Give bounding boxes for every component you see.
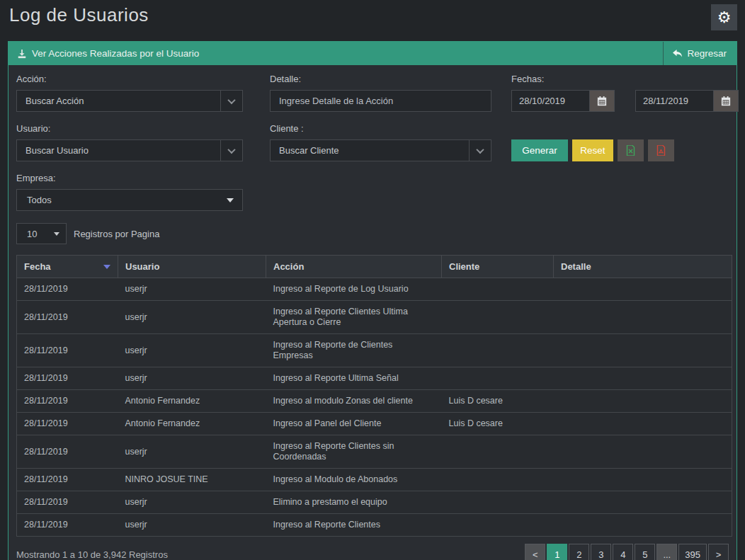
pdf-file-icon — [656, 145, 666, 156]
records-summary: Mostrando 1 a 10 de 3,942 Registros — [16, 549, 168, 560]
chevron-down-icon — [469, 140, 491, 161]
pagesize-row: 10 Registros por Pagina — [16, 223, 729, 244]
reset-button[interactable]: Reset — [572, 139, 613, 161]
table-row[interactable]: 28/11/2019 userjr Elimino a prestamo el … — [17, 491, 732, 514]
export-pdf-button[interactable] — [648, 139, 674, 161]
page-title: Log de Usuarios — [9, 4, 149, 26]
page-button->[interactable]: > — [708, 544, 729, 560]
table-row[interactable]: 28/11/2019 userjr Ingreso al Reporte Cli… — [17, 301, 732, 334]
calendar-from-button[interactable] — [589, 90, 615, 112]
log-table: Fecha Usuario Acción Cliente Detalle 28/… — [16, 255, 732, 537]
page-button-2[interactable]: 2 — [569, 544, 589, 560]
page-button-4[interactable]: 4 — [613, 544, 633, 560]
field-fechas: Fechas: — [511, 74, 737, 112]
date-to-input[interactable] — [635, 90, 713, 112]
table-row[interactable]: 28/11/2019 Antonio Fernandez Ingreso al … — [17, 390, 732, 413]
page-button-5[interactable]: 5 — [635, 544, 655, 560]
panel-title: Ver Acciones Realizadas por el Usuario — [32, 48, 199, 59]
filters: Acción: Buscar Acción Detalle: Fechas: — [16, 74, 729, 222]
download-icon — [17, 49, 27, 59]
chevron-down-icon — [220, 91, 242, 111]
field-accion: Acción: Buscar Acción — [16, 74, 250, 112]
table-row[interactable]: 28/11/2019 userjr Ingreso al Reporte de … — [17, 278, 732, 301]
chevron-down-icon — [220, 140, 242, 161]
panel-body: Acción: Buscar Acción Detalle: Fechas: — [8, 65, 737, 537]
pagesize-label: Registros por Pagina — [74, 229, 159, 239]
date-from-input[interactable] — [511, 90, 589, 112]
select-arrow-icon — [54, 232, 59, 236]
select-arrow-icon — [227, 198, 234, 202]
cliente-select[interactable]: Buscar Cliente — [270, 139, 491, 161]
column-header-detalle[interactable]: Detalle — [554, 256, 732, 278]
column-header-fecha[interactable]: Fecha — [17, 256, 118, 278]
gear-icon: ⚙ — [717, 8, 732, 26]
date-from-group — [511, 90, 615, 112]
field-empresa: Empresa: Todos — [16, 173, 250, 211]
detalle-input[interactable] — [270, 90, 491, 112]
pagesize-select[interactable]: 10 — [16, 223, 67, 244]
generar-button[interactable]: Generar — [511, 139, 568, 161]
sort-desc-icon — [103, 265, 110, 269]
log-panel: Ver Acciones Realizadas por el Usuario R… — [8, 41, 737, 560]
excel-file-icon — [626, 145, 635, 156]
page-button-1[interactable]: 1 — [547, 544, 567, 560]
column-header-usuario[interactable]: Usuario — [118, 256, 266, 278]
page-button-...[interactable]: ... — [656, 544, 677, 560]
heading-divider — [663, 42, 664, 65]
table-row[interactable]: 28/11/2019 userjr Ingreso al Reporte Cli… — [17, 435, 732, 469]
field-detalle: Detalle: — [270, 74, 491, 112]
field-cliente: Cliente : Buscar Cliente — [270, 123, 491, 161]
panel-heading: Ver Acciones Realizadas por el Usuario R… — [8, 42, 737, 65]
table-header-row: Fecha Usuario Acción Cliente Detalle — [17, 256, 732, 278]
page-button-395[interactable]: 395 — [678, 544, 707, 560]
calendar-icon — [597, 96, 607, 106]
table-row[interactable]: 28/11/2019 userjr Ingreso al Reporte Ult… — [17, 367, 732, 390]
panel-footer: Mostrando 1 a 10 de 3,942 Registros <123… — [8, 537, 737, 560]
table-row[interactable]: 28/11/2019 Antonio Fernandez Ingreso al … — [17, 413, 732, 435]
calendar-icon — [721, 96, 731, 106]
empresa-select[interactable]: Todos — [16, 189, 243, 211]
table-row[interactable]: 28/11/2019 userjr Ingreso al Reporte de … — [17, 334, 732, 367]
topbar: Log de Usuarios ⚙ — [0, 0, 745, 33]
pagination: <12345...395> — [525, 544, 729, 560]
usuario-select[interactable]: Buscar Usuario — [16, 139, 243, 161]
table-row[interactable]: 28/11/2019 NINRO JOSUE TINE Ingreso al M… — [17, 469, 732, 491]
page-button-<[interactable]: < — [525, 544, 545, 560]
table-row[interactable]: 28/11/2019 userjr Ingreso al Reporte Cli… — [17, 514, 732, 537]
field-actions: Generar Reset — [511, 123, 737, 161]
reply-arrow-icon — [672, 49, 683, 58]
field-usuario: Usuario: Buscar Usuario — [16, 123, 250, 161]
export-excel-button[interactable] — [618, 139, 644, 161]
page-button-3[interactable]: 3 — [591, 544, 611, 560]
column-header-accion[interactable]: Acción — [266, 256, 442, 278]
settings-button[interactable]: ⚙ — [711, 4, 737, 30]
back-button[interactable]: Regresar — [664, 42, 737, 65]
column-header-cliente[interactable]: Cliente — [442, 256, 554, 278]
calendar-to-button[interactable] — [713, 90, 739, 112]
accion-select[interactable]: Buscar Acción — [16, 90, 243, 112]
date-to-group — [635, 90, 739, 112]
